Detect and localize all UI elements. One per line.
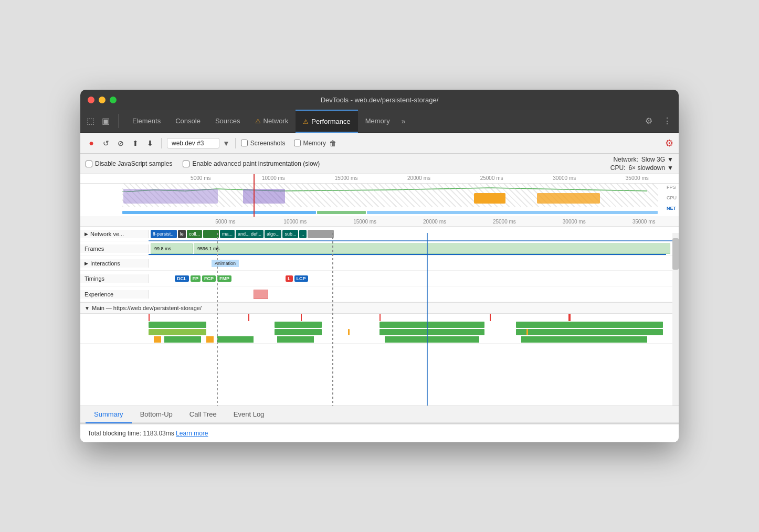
network-track-arrow[interactable]: ▶ (85, 231, 88, 237)
tab-network-label: Network (263, 117, 289, 125)
network-chip-7[interactable]: sub... (282, 230, 298, 238)
device-icon[interactable]: ▣ (100, 114, 112, 128)
advanced-paint-checkbox[interactable] (183, 161, 189, 167)
timing-dcl[interactable]: DCL (175, 275, 189, 282)
frames-track-content[interactable]: 99.8 ms 9596.1 ms (149, 241, 672, 256)
tab-console[interactable]: Console (168, 110, 208, 133)
advanced-paint-label[interactable]: Enable advanced paint instrumentation (s… (183, 160, 320, 167)
network-chip-6[interactable]: algo... (265, 230, 282, 238)
clear-button[interactable]: ⊘ (115, 137, 126, 149)
network-track-content[interactable]: ff-persist... le coll... ma... and... de… (149, 227, 672, 241)
frames-blue-line (149, 254, 666, 255)
experience-track-row[interactable]: Experience (80, 286, 679, 302)
tab-memory[interactable]: Memory (358, 110, 397, 133)
interactions-arrow[interactable]: ▶ (85, 261, 88, 266)
timings-track-row[interactable]: Timings DCL FP FCP FMP L LCP (80, 271, 679, 286)
network-chip-4[interactable]: ma... (220, 230, 235, 238)
settings-bar: Disable JavaScript samples Enable advanc… (80, 154, 679, 174)
main-timeline[interactable]: 5000 ms 10000 ms 15000 ms 20000 ms 25000… (80, 217, 679, 406)
timeline-cursor[interactable] (254, 174, 255, 217)
experience-block[interactable] (254, 290, 268, 299)
minimize-button[interactable] (99, 97, 106, 103)
tab-call-tree[interactable]: Call Tree (181, 406, 225, 422)
network-chip-9[interactable] (308, 230, 334, 238)
tab-elements[interactable]: Elements (125, 110, 168, 133)
timing-fmp[interactable]: FMP (217, 275, 231, 282)
cpu-setting-row: CPU: 6× slowdown ▼ (610, 164, 673, 172)
timing-fp[interactable]: FP (191, 275, 201, 282)
tab-bottom-up[interactable]: Bottom-Up (132, 406, 181, 422)
network-chip-1[interactable]: le (178, 230, 186, 238)
net-segment-3 (367, 211, 658, 214)
flame-row-mixed-1 (149, 328, 679, 336)
network-dropdown[interactable]: Slow 3G ▼ (641, 156, 673, 163)
frame-block-1[interactable]: 99.8 ms (151, 243, 193, 254)
frames-track-row[interactable]: Frames 99.8 ms 9596.1 ms (80, 241, 679, 256)
screenshots-checkbox-label[interactable]: Screenshots (241, 140, 286, 147)
network-track-row[interactable]: ▶ Network ve... ff-persist... le coll...… (80, 227, 679, 241)
flame-chart-area[interactable] (80, 314, 679, 344)
flame-row-green-2 (149, 336, 679, 343)
cpu-dropdown[interactable]: 6× slowdown ▼ (628, 164, 673, 172)
maximize-button[interactable] (110, 97, 117, 103)
mixed-orange-1 (348, 329, 350, 335)
ruler-10000: 10000 ms (237, 175, 310, 183)
network-chip-2[interactable]: coll... (187, 230, 202, 238)
flame-green-4 (277, 336, 314, 343)
green-bar-2 (275, 322, 322, 328)
record-button[interactable]: ● (86, 137, 97, 149)
url-dropdown[interactable]: ▼ (223, 139, 230, 147)
cpu-setting-label: CPU: (610, 164, 626, 172)
window-controls (88, 97, 117, 103)
download-button[interactable]: ⬇ (144, 137, 156, 149)
network-chip-8[interactable]: .. (299, 230, 306, 238)
cursor-icon[interactable]: ⬚ (85, 114, 97, 128)
tab-performance[interactable]: ⚠ Performance (296, 110, 357, 133)
learn-more-link[interactable]: Learn more (176, 430, 208, 437)
more-tabs-button[interactable]: » (397, 117, 410, 125)
animation-block[interactable]: Animation (212, 260, 239, 267)
timing-group-2: L LCP (286, 275, 308, 282)
ruler-15000: 15000 ms (310, 175, 383, 183)
network-chip-3[interactable] (203, 230, 219, 238)
main-section-arrow[interactable]: ▼ (85, 305, 90, 311)
ruler-25000: 25000 ms (455, 175, 528, 183)
screenshots-checkbox[interactable] (241, 140, 248, 146)
timing-fcp[interactable]: FCP (202, 275, 216, 282)
ruler-5000: 5000 ms (164, 175, 237, 183)
main-section-header[interactable]: ▼ Main — https://web.dev/persistent-stor… (80, 302, 679, 314)
more-options-icon[interactable]: ⋮ (660, 114, 674, 128)
timeline-overview[interactable]: 5000 ms 10000 ms 15000 ms 20000 ms 25000… (80, 174, 679, 217)
timings-track-content[interactable]: DCL FP FCP FMP L LCP (149, 271, 672, 286)
interactions-track-row[interactable]: ▶ Interactions Animation (80, 256, 679, 271)
main-scroll-thumb[interactable] (672, 238, 679, 270)
frame-block-2[interactable]: 9596.1 ms (194, 243, 670, 254)
tab-sources[interactable]: Sources (208, 110, 248, 133)
memory-checkbox-label[interactable]: Memory (294, 140, 326, 147)
memory-checkbox[interactable] (294, 140, 301, 146)
interactions-track-content[interactable]: Animation (149, 256, 672, 271)
clear-recordings-button[interactable]: 🗑 (329, 139, 336, 147)
tab-event-log[interactable]: Event Log (225, 406, 273, 422)
main-scrollbar[interactable] (672, 233, 679, 406)
main-section-label-text: Main — https://web.dev/persistent-storag… (92, 305, 202, 311)
disable-js-checkbox[interactable] (86, 161, 92, 167)
timings-track-label: Timings (80, 274, 149, 283)
reload-button[interactable]: ↺ (100, 137, 112, 149)
network-chip-5[interactable]: and... def... (236, 230, 263, 238)
cpu-dropdown-value: 6× slowdown (628, 164, 665, 172)
flame-row-ticks-1 (149, 314, 679, 321)
tab-summary[interactable]: Summary (86, 406, 132, 422)
tab-network[interactable]: ⚠ Network (248, 110, 296, 133)
performance-settings-icon[interactable]: ⚙ (665, 137, 673, 149)
close-button[interactable] (88, 97, 94, 103)
upload-button[interactable]: ⬆ (130, 137, 141, 149)
disable-js-label[interactable]: Disable JavaScript samples (86, 160, 172, 167)
experience-track-content[interactable] (149, 286, 672, 302)
timing-lcp[interactable]: LCP (294, 275, 308, 282)
network-chip-0[interactable]: ff-persist... (151, 230, 177, 238)
timing-l[interactable]: L (286, 275, 293, 282)
red-tick-2 (248, 314, 249, 321)
flame-green-2 (164, 336, 201, 343)
settings-icon[interactable]: ⚙ (642, 114, 656, 128)
